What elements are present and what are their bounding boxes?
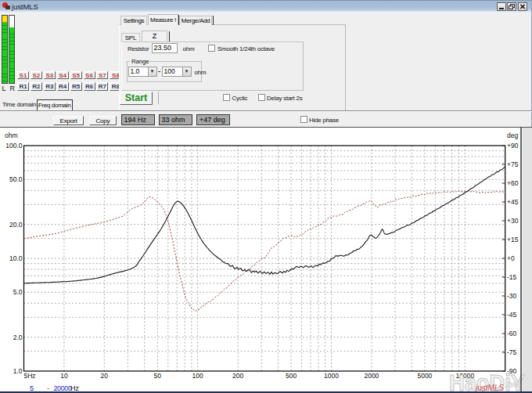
svg-text:2.0: 2.0 bbox=[13, 334, 23, 341]
svg-text:100.0: 100.0 bbox=[5, 142, 23, 150]
svg-text:50: 50 bbox=[154, 372, 162, 380]
svg-text:5Hz: 5Hz bbox=[24, 372, 36, 380]
svg-text:+75: +75 bbox=[507, 160, 519, 168]
svg-text:1.0: 1.0 bbox=[13, 367, 23, 375]
svg-text:-75: -75 bbox=[507, 348, 517, 356]
svg-text:20: 20 bbox=[101, 372, 109, 380]
svg-text:50.0: 50.0 bbox=[9, 175, 23, 183]
svg-text:-60: -60 bbox=[507, 330, 517, 337]
svg-text:1000: 1000 bbox=[324, 372, 339, 380]
svg-text:20.0: 20.0 bbox=[9, 221, 23, 229]
svg-text:+90: +90 bbox=[507, 142, 519, 150]
svg-text:+30: +30 bbox=[507, 217, 519, 225]
svg-text:-15: -15 bbox=[507, 273, 517, 281]
svg-text:10.0: 10.0 bbox=[9, 254, 23, 262]
svg-text:500: 500 bbox=[286, 372, 297, 380]
svg-text:+0: +0 bbox=[507, 254, 515, 262]
svg-text:deg: deg bbox=[507, 132, 518, 139]
svg-text:200: 200 bbox=[232, 372, 243, 380]
svg-text:10: 10 bbox=[60, 372, 68, 380]
svg-text:-45: -45 bbox=[507, 311, 517, 319]
svg-text:5000: 5000 bbox=[417, 372, 432, 380]
svg-text:+15: +15 bbox=[507, 236, 519, 243]
svg-text:+45: +45 bbox=[507, 198, 519, 206]
svg-text:2000: 2000 bbox=[364, 372, 379, 380]
svg-text:100: 100 bbox=[192, 372, 203, 380]
svg-text:ohm: ohm bbox=[5, 132, 18, 139]
svg-text:.net: .net bbox=[505, 379, 521, 390]
svg-text:5.0: 5.0 bbox=[13, 288, 23, 296]
svg-text:+60: +60 bbox=[507, 179, 519, 187]
svg-text:-30: -30 bbox=[507, 292, 517, 300]
